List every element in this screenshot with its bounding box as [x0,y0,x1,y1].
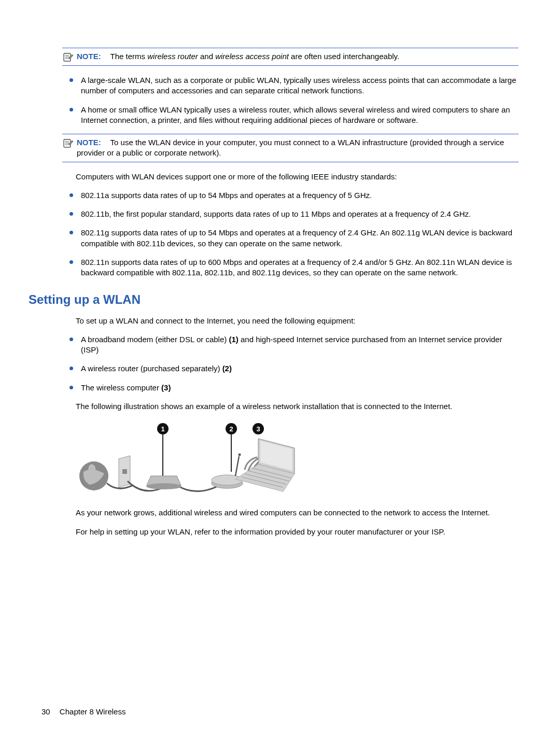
para-help: For help in setting up your WLAN, refer … [76,527,519,537]
svg-rect-17 [122,469,127,474]
svg-point-20 [212,475,243,485]
note-text-1: NOTE: The terms wireless router and wire… [77,51,519,62]
note1-pre: The terms [110,52,148,61]
note1-em2: wireless access point [215,52,289,61]
note-block-2: NOTE: To use the WLAN device in your com… [62,134,519,162]
list-item: 802.11g supports data rates of up to 54 … [62,228,519,249]
note-label: NOTE: [77,52,108,61]
page-content: NOTE: The terms wireless router and wire… [62,48,519,537]
list-item: The wireless computer (3) [62,383,519,393]
list-item: A broadband modem (either DSL or cable) … [62,334,519,356]
bullet3-pre: A broadband modem (either DSL or cable) [81,335,229,344]
callout-2: 2 [226,423,237,472]
laptop-icon [235,439,295,491]
bullet3-pre: The wireless computer [81,383,161,392]
list-item: A home or small office WLAN typically us… [62,105,519,126]
svg-text:1: 1 [161,425,164,433]
bullet3-bold: (3) [161,383,171,392]
page-number: 30 [41,707,58,716]
page: NOTE: The terms wireless router and wire… [0,0,560,745]
para-setup: To set up a WLAN and connect to the Inte… [76,316,519,326]
bullet-text: 802.11n supports data rates of up to 600… [81,258,512,277]
bullet-text: A large-scale WLAN, such as a corporate … [81,76,516,95]
wlan-diagram: 1 2 3 [76,420,519,500]
heading-setting-up-wlan: Setting up a WLAN [29,291,519,308]
svg-point-18 [146,483,181,489]
note-icon [62,52,74,62]
page-footer: 30 Chapter 8 Wireless [41,707,125,717]
list-item: A wireless router (purchased separately)… [62,363,519,374]
bullet3-bold: (2) [222,364,232,373]
svg-text:2: 2 [229,425,233,433]
note1-em1: wireless router [147,52,198,61]
bullet-list-wlan-types: A large-scale WLAN, such as a corporate … [62,75,519,125]
bullet-text: 802.11b, the first popular standard, sup… [81,209,471,218]
bullet-text: A home or small office WLAN typically us… [81,105,510,124]
note2-body: To use the WLAN device in your computer,… [77,138,504,157]
bullet-list-standards: 802.11a supports data rates of up to 54 … [62,190,519,278]
para-standards: Computers with WLAN devices support one … [76,172,519,182]
para-illustration: The following illustration shows an exam… [76,401,519,412]
note-text-2: NOTE: To use the WLAN device in your com… [77,137,519,159]
chapter-title: Chapter 8 Wireless [60,707,126,716]
router-icon [212,454,243,489]
list-item: 802.11b, the first popular standard, sup… [62,209,519,219]
bullet3-pre: A wireless router (purchased separately) [81,364,222,373]
svg-line-21 [235,456,239,476]
callout-3: 3 [253,423,264,434]
note1-mid: and [198,52,215,61]
note1-post: are often used interchangeably. [289,52,399,61]
note-block-1: NOTE: The terms wireless router and wire… [62,48,519,66]
svg-text:3: 3 [256,425,260,433]
note-label: NOTE: [77,138,108,147]
bullet-text: 802.11a supports data rates of up to 54 … [81,191,372,200]
globe-icon [79,461,108,490]
bullet-list-equipment: A broadband modem (either DSL or cable) … [62,334,519,393]
svg-point-22 [239,454,241,456]
modem-icon [146,476,181,489]
list-item: 802.11n supports data rates of up to 600… [62,257,519,278]
callout-1: 1 [157,423,169,476]
bullet-text: 802.11g supports data rates of up to 54 … [81,228,512,247]
list-item: 802.11a supports data rates of up to 54 … [62,190,519,201]
list-item: A large-scale WLAN, such as a corporate … [62,75,519,96]
note-icon [62,138,74,148]
para-network-grows: As your network grows, additional wirele… [76,508,519,518]
bullet3-bold: (1) [229,335,238,344]
